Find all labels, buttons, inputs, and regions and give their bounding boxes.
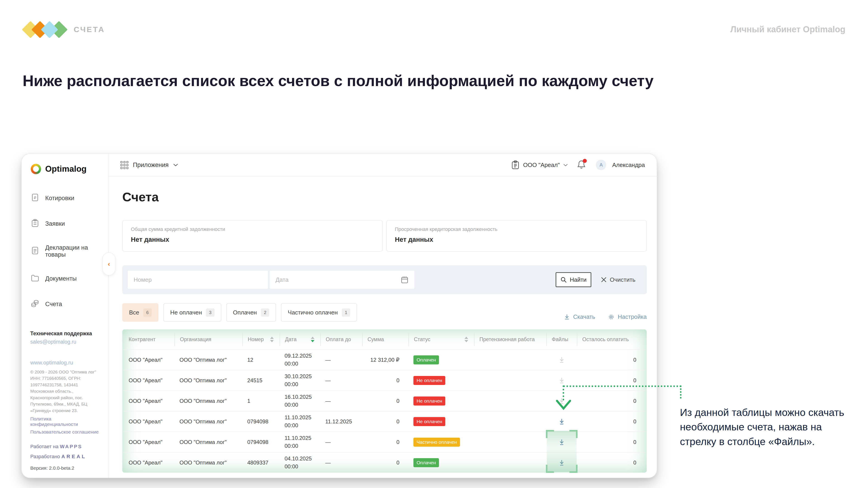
page-title: Счета — [122, 190, 647, 204]
sidebar-item-documents[interactable]: Документы — [22, 266, 108, 291]
page-heading: Ниже располагается список всех счетов с … — [23, 67, 780, 95]
sort-icon — [465, 337, 468, 342]
find-button[interactable]: Найти — [556, 272, 591, 287]
clear-button[interactable]: Очистить — [601, 276, 636, 283]
app-logo[interactable]: Optimalog — [22, 164, 108, 174]
cabinet-caption: Личный кабинет Optimalog — [730, 25, 845, 34]
cell-organization: ООО "Оптима лог" — [175, 398, 242, 404]
table-row[interactable]: ООО "Ареал" ООО "Оптима лог" 24515 30.10… — [124, 370, 645, 390]
table-header-row: Контрагент Организация Номер Дата Оплата… — [124, 329, 645, 349]
app-logo-label: Optimalog — [45, 164, 87, 174]
annotation-text: Из данной таблицы можно скачать необходи… — [680, 405, 859, 449]
cell-remaining: 0 — [577, 439, 645, 445]
cell-amount: 12 312,00 ₽ — [362, 357, 408, 363]
sort-icon — [270, 337, 274, 342]
organization-selector[interactable]: ООО "Ареал" — [511, 160, 568, 169]
folder-icon — [31, 273, 39, 284]
table-row[interactable]: ООО "Ареал" ООО "Оптима лог" 4809337 04.… — [124, 452, 645, 473]
sidebar-item-declarations[interactable]: Декларации на товары — [22, 236, 108, 266]
sidebar-item-label: Заявки — [45, 220, 65, 227]
cell-remaining: 0 — [577, 459, 645, 466]
download-table-button[interactable]: Скачать — [564, 313, 595, 320]
cell-number: 24515 — [242, 377, 280, 384]
user-name[interactable]: Александра — [612, 162, 645, 168]
cell-organization: ООО "Оптима лог" — [175, 439, 242, 445]
cell-pay-until: — — [320, 398, 362, 404]
optimalog-logo-icon — [31, 164, 41, 174]
diamonds-logo-icon — [23, 20, 68, 38]
cell-counterparty: ООО "Ареал" — [124, 439, 175, 445]
cell-organization: ООО "Оптима лог" — [175, 418, 242, 425]
status-badge: Оплачен — [413, 355, 439, 364]
col-date[interactable]: Дата — [280, 332, 320, 346]
chevron-down-icon — [173, 163, 178, 166]
filter-chip-all[interactable]: Все6 — [122, 303, 158, 322]
calendar-icon[interactable] — [401, 275, 408, 284]
cell-amount: 0 — [362, 439, 408, 445]
sidebar-collapse-button[interactable]: ‹ — [102, 252, 116, 275]
cell-pay-until: — — [320, 459, 362, 466]
status-badge: Оплачен — [413, 458, 439, 467]
annotation-arrow-icon — [555, 399, 572, 410]
areal-logo[interactable]: AREAL — [61, 454, 86, 459]
cell-amount: 0 — [362, 377, 408, 384]
summary-card-overdue-debt: Просроченная кредиторская задолженность … — [386, 220, 647, 252]
download-file-icon[interactable] — [558, 377, 565, 384]
wapps-logo[interactable]: WAPPS — [60, 444, 82, 449]
cell-files — [546, 377, 577, 384]
close-icon — [601, 277, 607, 283]
org-clipboard-icon — [511, 160, 520, 169]
cell-organization: ООО "Оптима лог" — [175, 459, 242, 466]
col-status[interactable]: Статус — [408, 332, 474, 346]
sidebar-item-label: Счета — [45, 301, 62, 308]
cell-remaining: 0 — [577, 398, 645, 404]
cell-files — [546, 459, 577, 466]
filter-chip-partial[interactable]: Частично оплачен1 — [281, 303, 357, 322]
download-file-icon[interactable] — [558, 356, 565, 364]
col-number[interactable]: Номер — [242, 332, 280, 346]
cell-number: 0794098 — [242, 439, 280, 445]
clipboard-icon — [31, 219, 39, 229]
filter-chip-paid[interactable]: Оплачен2 — [226, 303, 276, 322]
apps-menu-button[interactable]: Приложения — [121, 161, 178, 169]
chip-count: 1 — [342, 308, 350, 317]
col-claim-work: Претензионная работа — [474, 332, 546, 346]
avatar[interactable]: А — [596, 160, 606, 170]
cell-amount: 0 — [362, 418, 408, 425]
cell-counterparty: ООО "Ареал" — [124, 377, 175, 384]
sidebar-item-invoices[interactable]: Счета — [22, 291, 108, 317]
table-row[interactable]: ООО "Ареал" ООО "Оптима лог" 0794098 11.… — [124, 431, 645, 452]
col-amount: Сумма — [362, 332, 408, 346]
filter-chip-unpaid[interactable]: Не оплачен3 — [163, 303, 221, 322]
download-file-icon[interactable] — [558, 438, 565, 446]
annotation-connector-line — [680, 385, 682, 398]
sidebar-item-quotes[interactable]: ₽ Котировки — [22, 186, 108, 211]
cell-date: 04.10.202500:00 — [280, 455, 320, 470]
site-link[interactable]: www.optimalog.ru — [30, 359, 100, 366]
apps-menu-label: Приложения — [133, 162, 168, 168]
download-file-icon[interactable] — [558, 459, 565, 466]
support-title: Техническая поддержка — [30, 330, 100, 337]
page-section-caption: СЧЕТА — [74, 25, 105, 34]
notifications-button[interactable] — [577, 160, 586, 170]
download-icon — [564, 314, 570, 320]
cell-pay-until: — — [320, 439, 362, 445]
status-badge: Не оплачен — [413, 396, 445, 405]
cell-pay-until: — — [320, 357, 362, 363]
number-input[interactable] — [133, 276, 262, 283]
sidebar-item-requests[interactable]: Заявки — [22, 211, 108, 236]
download-file-icon[interactable] — [558, 418, 565, 425]
cell-number: 0794098 — [242, 418, 280, 425]
cell-counterparty: ООО "Ареал" — [124, 357, 175, 363]
privacy-policy-link[interactable]: Политика конфиденциальности — [30, 416, 100, 427]
notification-dot — [583, 159, 587, 163]
col-files: Файлы — [546, 332, 577, 346]
table-row[interactable]: ООО "Ареал" ООО "Оптима лог" 0794098 11.… — [124, 411, 645, 431]
table-row[interactable]: ООО "Ареал" ООО "Оптима лог" 12 09.12.20… — [124, 349, 645, 370]
col-remaining: Осталось оплатить — [577, 332, 645, 346]
support-email-link[interactable]: sales@optimalog.ru — [30, 339, 100, 345]
app-window: ‹ Optimalog ₽ Котировки — [21, 153, 657, 478]
date-input[interactable] — [276, 276, 401, 283]
terms-link[interactable]: Пользовательское соглашение — [30, 429, 100, 435]
table-settings-button[interactable]: Настройка — [608, 313, 647, 320]
